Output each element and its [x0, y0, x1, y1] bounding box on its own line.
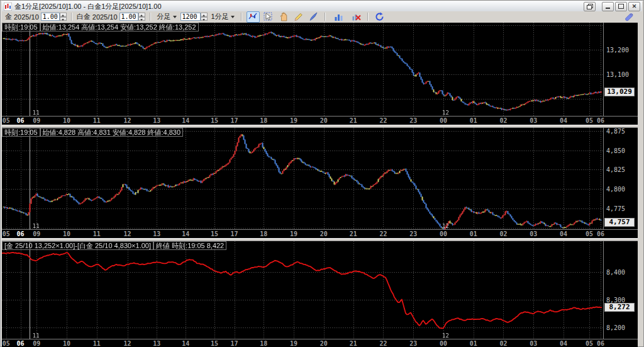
x-axis-tick: 05 — [3, 230, 10, 237]
x-axis-tick: 12 — [124, 117, 131, 124]
x-axis-tick: 00 — [440, 117, 447, 124]
select-arrow-icon — [264, 12, 273, 21]
x-axis-tick: 18 — [260, 340, 267, 347]
bar-count-stepper[interactable] — [201, 13, 208, 21]
refresh-button[interactable] — [373, 11, 386, 23]
x-axis-tick: 12 — [124, 230, 131, 237]
x-axis-tick: 18 — [260, 230, 267, 237]
x-axis-tick: 05 — [586, 340, 593, 347]
x-axis-tick: 03 — [530, 117, 537, 124]
bar-type-dropdown[interactable]: 分足 — [155, 12, 179, 21]
bar-count-input[interactable] — [180, 13, 201, 21]
platinum-multiplier-input[interactable] — [119, 13, 138, 21]
x-axis-tick: 18 — [260, 117, 267, 124]
gold-multiplier-input[interactable] — [41, 13, 60, 21]
toolbar: 金 2025/10 白金 2025/10 分足 1分足 — [2, 11, 642, 22]
platinum-multiplier-stepper[interactable] — [138, 13, 145, 21]
x-axis-tick: 01 — [470, 340, 477, 347]
y-axis-label: 8,200 — [606, 324, 625, 331]
x-axis-tick: 13 — [153, 117, 160, 124]
chart-type-icon — [334, 12, 343, 21]
gold-month-label: 2025/10 — [14, 13, 39, 21]
x-axis-tick: 14 — [182, 230, 189, 237]
delete-chart-button[interactable] — [350, 11, 363, 23]
gold-multiplier-stepper[interactable] — [60, 13, 67, 21]
gold-time-axis: 0506091011121314151718192021222300010203… — [2, 116, 638, 125]
x-axis-tick: 06 — [597, 340, 604, 347]
x-axis-tick: 06 — [17, 340, 25, 347]
x-axis-tick: 23 — [409, 340, 417, 347]
settings-wrench-icon — [625, 13, 633, 21]
toolbar-separator — [71, 13, 72, 21]
x-axis-tick: 10 — [63, 340, 70, 347]
x-axis-tick: 01 — [470, 230, 477, 237]
select-tool-button[interactable] — [262, 11, 275, 23]
maximize-button[interactable] — [615, 2, 627, 11]
y-axis-label: 4,875 — [606, 128, 625, 135]
x-axis-tick: 21 — [350, 117, 357, 124]
last-price-box: 13,029 — [604, 88, 635, 96]
x-axis-tick: 06 — [17, 117, 25, 124]
x-axis-tick: 22 — [379, 230, 387, 237]
x-axis-tick: 04 — [560, 117, 567, 124]
kline-tool-icon — [248, 12, 258, 21]
gold-chart-panel: 時刻:19:05始値:13,254 高値:13,254 安値:13,252 終値… — [2, 23, 638, 125]
x-axis-tick: 05 — [586, 230, 593, 237]
x-axis-tick: 09 — [33, 340, 40, 347]
x-axis-tick: 20 — [320, 230, 328, 237]
y-axis-label: 4,825 — [606, 166, 625, 173]
x-axis-tick: 23 — [409, 117, 417, 124]
x-axis-tick: 10 — [63, 230, 70, 237]
chevron-down-icon — [231, 16, 235, 18]
app-chart-icon — [4, 3, 12, 11]
x-axis-tick: 04 — [560, 230, 567, 237]
x-axis-tick: 21 — [350, 340, 357, 347]
spread-plot[interactable]: [金 25/10 13,252×1.00]-[白金 25/10 4,830×1.… — [2, 241, 602, 339]
toolbar-separator — [325, 13, 326, 21]
y-axis-label: 4,800 — [606, 186, 625, 193]
quill-annotate-icon — [309, 12, 318, 21]
x-axis-tick: 02 — [499, 340, 507, 347]
pan-tool-button[interactable] — [277, 11, 290, 23]
platinum-plot[interactable]: 時刻:19:05始値:4,828 高値:4,831 安値:4,828 終値:4,… — [2, 128, 602, 229]
interval-dropdown[interactable]: 1分足 — [209, 12, 236, 21]
x-axis-tick: 12 — [124, 340, 131, 347]
gold-label: 金 — [5, 12, 12, 21]
annotate-tool-button[interactable] — [307, 11, 320, 23]
x-axis-tick: 20 — [320, 340, 328, 347]
x-axis-tick: 22 — [379, 117, 387, 124]
x-axis-tick: 03 — [530, 230, 537, 237]
platinum-time-axis: 0506091011121314151718192021222300010203… — [2, 229, 638, 238]
restore-windows-button[interactable] — [584, 2, 596, 11]
x-axis-tick: 02 — [499, 117, 507, 124]
y-axis-label: 4,850 — [606, 147, 625, 154]
settings-button[interactable] — [622, 11, 635, 23]
x-axis-tick: 06 — [597, 230, 604, 237]
x-axis-tick: 09 — [33, 117, 40, 124]
platinum-price-axis: 4,8754,8504,8254,8004,7754,757 — [603, 128, 638, 229]
kline-tool-button[interactable] — [247, 11, 260, 23]
gold-plot[interactable]: 時刻:19:05始値:13,254 高値:13,254 安値:13,252 終値… — [2, 23, 602, 116]
pencil-tool-button[interactable] — [292, 11, 305, 23]
y-axis-label: 13,200 — [606, 47, 629, 54]
x-axis-tick: 11 — [93, 340, 101, 347]
x-axis-tick: 17 — [231, 230, 238, 237]
x-axis-tick: 15 — [211, 340, 218, 347]
y-axis-label: 8,400 — [606, 269, 625, 276]
minimize-button[interactable] — [602, 2, 614, 11]
x-axis-tick: 05 — [3, 117, 10, 124]
x-axis-tick: 05 — [3, 340, 10, 347]
x-axis-tick: 01 — [470, 117, 477, 124]
toolbar-separator — [367, 13, 369, 21]
x-axis-tick: 00 — [440, 230, 447, 237]
chart-type-button[interactable] — [330, 11, 348, 23]
delete-chart-icon — [352, 12, 361, 21]
close-button[interactable]: ✕ — [628, 2, 640, 11]
title-bar[interactable]: 金1分足[2025/10]1.00 - 白金1分足[2025/10]1.00 ✕ — [2, 1, 642, 11]
last-price-box: 4,757 — [604, 218, 635, 227]
platinum-chart-panel: 時刻:19:05始値:4,828 高値:4,831 安値:4,828 終値:4,… — [2, 128, 638, 238]
x-axis-tick: 19 — [290, 117, 297, 124]
spread-price-axis: 8,4008,3008,2008,272 — [603, 241, 638, 339]
pencil-draw-icon — [294, 12, 303, 21]
x-axis-tick: 15 — [211, 117, 218, 124]
